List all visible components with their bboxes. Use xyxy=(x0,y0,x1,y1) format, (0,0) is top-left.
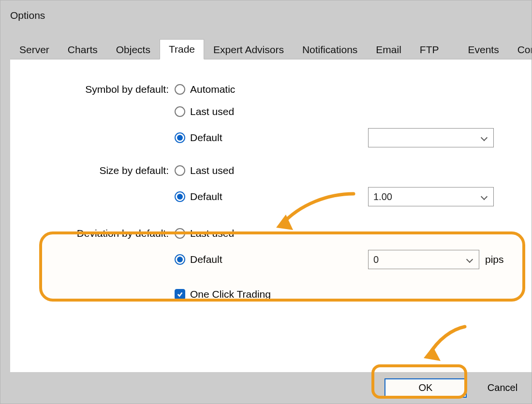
tab-email[interactable]: Email xyxy=(367,40,411,59)
window-title-text: Options xyxy=(10,10,45,21)
cancel-button[interactable]: Cancel xyxy=(473,378,532,398)
symbol-automatic-radio[interactable]: Automatic xyxy=(175,84,368,95)
radio-selected-icon xyxy=(175,254,185,265)
ok-button-label: OK xyxy=(419,382,433,393)
size-default-combo[interactable]: 1.00 xyxy=(368,187,494,206)
chevron-down-icon xyxy=(481,134,488,141)
deviation-last-label: Last used xyxy=(190,228,234,239)
chevron-down-icon xyxy=(481,193,488,200)
radio-icon xyxy=(175,84,185,95)
tab-charts[interactable]: Charts xyxy=(59,40,107,59)
size-last-radio[interactable]: Last used xyxy=(175,158,368,176)
symbol-default-radio[interactable]: Default xyxy=(175,132,368,144)
symbol-last-label: Last used xyxy=(190,106,234,117)
symbol-default-combo[interactable] xyxy=(368,128,494,147)
tab-trade[interactable]: Trade xyxy=(160,39,204,59)
tab-events[interactable]: Events xyxy=(459,40,508,59)
deviation-default-combo[interactable]: 0 xyxy=(368,250,479,269)
deviation-default-radio[interactable]: Default xyxy=(175,254,368,265)
tab-objects[interactable]: Objects xyxy=(107,40,160,59)
deviation-default-value: 0 xyxy=(373,254,379,265)
tab-server[interactable]: Server xyxy=(10,40,59,59)
tab-notifications[interactable]: Notifications xyxy=(293,40,367,59)
form-grid: Symbol by default: Automatic Last used D… xyxy=(25,84,517,300)
radio-icon xyxy=(175,165,185,176)
deviation-unit-label: pips xyxy=(485,254,504,265)
symbol-label: Symbol by default: xyxy=(25,84,175,95)
radio-selected-icon xyxy=(175,132,185,143)
dialog-footer: OK Cancel xyxy=(10,372,532,404)
size-last-label: Last used xyxy=(190,165,234,176)
one-click-trading-label: One Click Trading xyxy=(190,289,271,300)
cancel-button-label: Cancel xyxy=(488,382,517,393)
radio-selected-icon xyxy=(175,191,185,202)
radio-icon xyxy=(175,106,185,117)
one-click-trading-checkbox[interactable]: One Click Trading xyxy=(175,280,368,300)
radio-icon xyxy=(175,228,185,239)
size-default-radio[interactable]: Default xyxy=(175,191,368,202)
tab-content: Symbol by default: Automatic Last used D… xyxy=(10,59,532,372)
symbol-default-label: Default xyxy=(190,132,222,144)
deviation-label: Deviation by default: xyxy=(25,217,175,239)
size-label: Size by default: xyxy=(25,158,175,176)
symbol-last-radio[interactable]: Last used xyxy=(175,106,368,117)
symbol-automatic-label: Automatic xyxy=(190,84,235,95)
size-default-label: Default xyxy=(190,191,222,202)
chevron-down-icon xyxy=(466,256,473,263)
deviation-last-radio[interactable]: Last used xyxy=(175,217,368,239)
tab-ftp[interactable]: FTP xyxy=(411,40,459,59)
tab-expert-advisors[interactable]: Expert Advisors xyxy=(204,40,293,59)
deviation-default-label: Default xyxy=(190,254,222,265)
tab-community[interactable]: Com xyxy=(508,40,532,59)
tab-strip: Server Charts Objects Trade Expert Advis… xyxy=(10,38,532,59)
size-default-value: 1.00 xyxy=(373,191,392,202)
window-title: Options xyxy=(0,0,532,30)
ok-button[interactable]: OK xyxy=(384,378,467,398)
checkbox-checked-icon xyxy=(175,289,185,300)
options-window: Options Server Charts Objects Trade Expe… xyxy=(0,0,532,404)
